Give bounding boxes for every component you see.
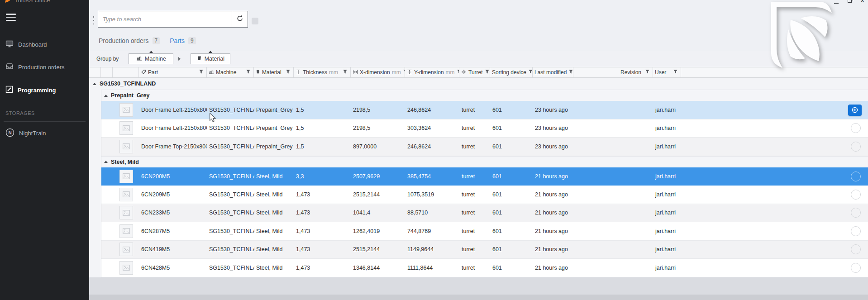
row-filler-cell — [682, 204, 868, 222]
row-action-circle[interactable] — [851, 263, 861, 273]
cell-machine: SG1530_TCFINLAND — [207, 138, 254, 156]
filter-icon[interactable] — [568, 69, 573, 76]
material-group: Steel, Mild 6CN200M5 SG1530_TCFINLAND St… — [101, 156, 868, 277]
row-filler-cell — [682, 101, 868, 119]
row-action-circle[interactable] — [851, 226, 861, 236]
filter-icon[interactable] — [343, 69, 348, 76]
row-action-circle[interactable] — [851, 190, 861, 200]
sidebar-item-programming[interactable]: Programming — [0, 83, 89, 97]
sort-caret-icon — [149, 51, 153, 53]
cell-x-dimension: 2515,2144 — [351, 186, 405, 204]
filter-icon[interactable] — [246, 69, 251, 76]
table-row[interactable]: Door Frame Left-2150x800x50 SG1530_TCFIN… — [101, 119, 868, 138]
row-action-circle[interactable] — [851, 142, 861, 152]
collapse-icon — [104, 95, 108, 97]
group-chip-machine[interactable]: Machine — [129, 53, 173, 64]
filter-icon[interactable] — [528, 69, 533, 76]
table-row[interactable]: 6CN209M5 SG1530_TCFINLAND Steel, Mild 1,… — [101, 186, 868, 204]
filter-icon[interactable] — [199, 69, 204, 76]
sidebar-item-dashboard[interactable]: Dashboard — [0, 38, 89, 51]
cell-material: Steel, Mild — [254, 186, 294, 204]
row-action-circle[interactable] — [851, 208, 861, 218]
machine-icon — [209, 69, 214, 76]
cell-y-dimension: 303,3624 — [405, 119, 460, 138]
filter-icon[interactable] — [645, 69, 650, 76]
column-header-last-modified[interactable]: Last modified — [533, 67, 573, 77]
cell-revision — [574, 241, 653, 259]
tag-icon — [141, 69, 146, 76]
cell-last-modified: 23 hours ago — [533, 119, 574, 138]
row-action-circle[interactable] — [851, 244, 861, 254]
filter-icon[interactable] — [485, 69, 490, 76]
cell-turret: turret — [460, 186, 491, 204]
sidebar: Tulus® Office Dashboard Production order… — [0, 0, 89, 300]
column-header-thickness[interactable]: Thickness mm — [294, 67, 351, 77]
tab-count-badge: 9 — [188, 37, 196, 44]
sidebar-divider — [4, 121, 86, 122]
row-select-cell — [101, 186, 113, 204]
cell-revision — [574, 186, 653, 204]
column-header-y-dimension[interactable]: Y-dimension mm — [405, 67, 459, 77]
cell-turret: turret — [460, 204, 491, 222]
column-header-turret[interactable]: Turret — [459, 67, 490, 77]
table-row[interactable]: 6CN419M5 SG1530_TCFINLAND Steel, Mild 1,… — [101, 241, 868, 259]
sidebar-item-production-orders[interactable]: Production orders — [0, 60, 89, 74]
table-row[interactable]: Door Frame Top-2150x800 SG1530_TCFINLAND… — [101, 138, 868, 156]
search-input[interactable] — [98, 11, 232, 27]
column-header-machine[interactable]: Machine — [207, 67, 254, 77]
machine-group-header[interactable]: SG1530_TCFINLAND — [89, 78, 868, 90]
cell-y-dimension: 1149,9644 — [405, 241, 460, 259]
tab-parts[interactable]: Parts 9 — [170, 37, 196, 44]
row-filler-cell — [682, 167, 868, 186]
close-icon[interactable]: × — [860, 0, 864, 5]
drag-handle-icon[interactable] — [92, 16, 95, 24]
filter-icon[interactable] — [673, 69, 678, 76]
table-row[interactable]: 6CN233M5 SG1530_TCFINLAND Steel, Mild 1,… — [101, 204, 868, 223]
cell-user: jari.harri — [653, 101, 682, 119]
table-row[interactable]: 6CN428M5 SG1530_TCFINLAND Steel, Mild 1,… — [101, 259, 868, 277]
cell-revision — [574, 222, 653, 240]
column-header-user[interactable]: User — [653, 67, 681, 77]
cell-revision — [574, 101, 653, 119]
cell-sorting-device: 601 — [491, 222, 533, 240]
cell-sorting-device: 601 — [491, 204, 533, 222]
material-group-header[interactable]: Steel, Mild — [101, 156, 868, 167]
table-row[interactable]: Door Frame Left-2150x800 SG1530_TCFINLAN… — [101, 101, 868, 119]
refresh-button[interactable] — [232, 11, 248, 27]
sidebar-item-nighttrain[interactable]: N NightTrain — [0, 126, 89, 140]
material-group-header[interactable]: Prepaint_Grey — [101, 90, 868, 101]
column-header-revision[interactable]: Revision — [573, 67, 653, 77]
restore-icon[interactable] — [848, 0, 852, 3]
sidebar-section-storages: STORAGES — [5, 110, 35, 116]
cell-part: 6CN419M5 — [139, 241, 207, 259]
cell-thickness: 1,473 — [294, 241, 351, 259]
column-header-part[interactable]: Part — [139, 67, 207, 77]
cell-turret: turret — [460, 222, 491, 240]
row-action-circle[interactable] — [851, 171, 861, 181]
cell-user: jari.harri — [653, 138, 682, 156]
minimize-icon[interactable] — [834, 3, 839, 4]
column-header-sorting-device[interactable]: Sorting device — [490, 67, 533, 77]
cell-sorting-device: 601 — [491, 138, 533, 156]
table-row[interactable]: 6CN287M5 SG1530_TCFINLAND Steel, Mild 1,… — [101, 222, 868, 241]
filter-icon[interactable] — [286, 69, 291, 76]
image-placeholder-icon — [119, 206, 133, 219]
row-action-circle[interactable] — [851, 123, 861, 133]
add-button[interactable] — [848, 105, 862, 116]
cell-machine: SG1530_TCFINLAND — [207, 222, 254, 240]
cell-sorting-device: 601 — [491, 167, 533, 186]
group-chip-material[interactable]: Material — [191, 53, 230, 64]
y-dimension-icon — [407, 69, 412, 76]
part-thumbnail-cell — [113, 167, 139, 186]
tab-production-orders[interactable]: Production orders 7 — [99, 37, 160, 44]
row-select-cell — [101, 119, 113, 138]
column-header-material[interactable]: Material — [254, 67, 294, 77]
cell-y-dimension: 88,5710 — [405, 204, 460, 222]
table-row[interactable]: 6CN200M5 SG1530_TCFINLAND Steel, Mild 3,… — [101, 167, 868, 186]
hamburger-menu-icon[interactable] — [6, 14, 16, 21]
part-thumbnail-cell — [113, 259, 139, 277]
image-placeholder-icon — [119, 140, 133, 153]
column-header-x-dimension[interactable]: X-dimension mm — [351, 67, 405, 77]
x-dimension-icon — [353, 69, 358, 76]
image-placeholder-icon — [119, 261, 133, 275]
